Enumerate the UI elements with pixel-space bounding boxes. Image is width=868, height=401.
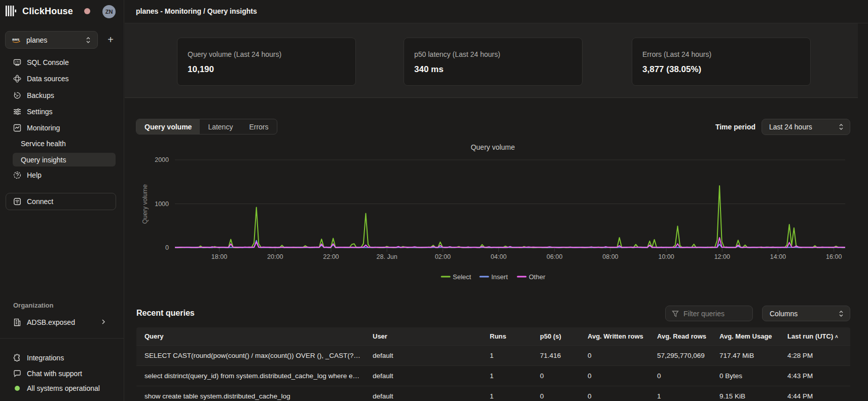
svg-text:04:00: 04:00 (491, 253, 507, 260)
svg-text:20:00: 20:00 (267, 253, 283, 260)
svg-text:aws: aws (12, 37, 19, 42)
svg-text:Other: Other (529, 273, 546, 281)
svg-text:06:00: 06:00 (547, 253, 562, 260)
svg-text:16:00: 16:00 (826, 253, 842, 260)
svg-text:02:00: 02:00 (435, 253, 451, 260)
svg-text:Query volume: Query volume (141, 184, 149, 224)
svg-text:Select: Select (453, 273, 472, 281)
svg-text:12:00: 12:00 (714, 253, 730, 260)
svg-text:10:00: 10:00 (658, 253, 674, 260)
svg-text:18:00: 18:00 (211, 253, 227, 260)
svg-text:14:00: 14:00 (770, 253, 786, 260)
svg-text:0: 0 (165, 244, 169, 251)
svg-text:1000: 1000 (155, 201, 169, 208)
svg-text:08:00: 08:00 (602, 253, 618, 260)
svg-text:22:00: 22:00 (323, 253, 339, 260)
svg-text:Query volume: Query volume (471, 143, 515, 151)
svg-text:28. Jun: 28. Jun (377, 253, 397, 260)
svg-text:Insert: Insert (491, 273, 508, 281)
svg-text:2000: 2000 (155, 156, 169, 163)
